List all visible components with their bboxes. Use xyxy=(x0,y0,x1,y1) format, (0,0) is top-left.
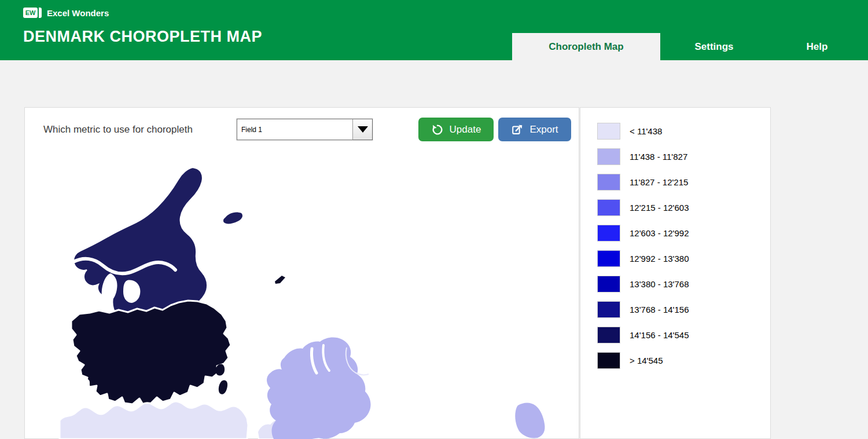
tab-help[interactable]: Help xyxy=(772,33,862,60)
legend-swatch xyxy=(597,123,620,140)
header-bar: EW Excel Wonders DENMARK CHOROPLETH MAP … xyxy=(0,0,868,60)
legend-swatch xyxy=(597,327,620,343)
legend-item: 13'768 - 14'156 xyxy=(597,301,689,318)
brand-name: Excel Wonders xyxy=(47,8,109,18)
legend-item: 12'603 - 12'992 xyxy=(597,225,689,242)
legend-label: 13'380 - 13'768 xyxy=(630,279,689,289)
map-island-samso-south[interactable] xyxy=(219,380,227,394)
legend-swatch xyxy=(597,199,620,216)
legend-swatch xyxy=(597,225,620,242)
legend-item: 11'827 - 12'215 xyxy=(597,174,689,191)
legend-item: 14'156 - 14'545 xyxy=(597,327,689,343)
page-title: DENMARK CHOROPLETH MAP xyxy=(23,28,262,46)
legend-label: < 11'438 xyxy=(630,126,662,136)
map-region-central-jutland[interactable] xyxy=(71,301,231,404)
legend-item: 13'380 - 13'768 xyxy=(597,276,689,292)
logo-bar xyxy=(39,8,42,18)
map-panel: Which metric to use for choropleth Field… xyxy=(24,107,579,439)
legend-swatch xyxy=(597,148,620,165)
denmark-choropleth-map[interactable] xyxy=(25,108,580,439)
coast-notch xyxy=(62,379,90,405)
legend-label: 14'156 - 14'545 xyxy=(630,330,689,340)
legend-item: 12'215 - 12'603 xyxy=(597,199,689,216)
legend-item: 11'438 - 11'827 xyxy=(597,148,689,165)
legend-label: 12'992 - 13'380 xyxy=(630,254,689,264)
brand: EW Excel Wonders xyxy=(23,8,109,18)
legend-label: > 14'545 xyxy=(630,356,663,365)
legend-label: 12'603 - 12'992 xyxy=(630,228,689,238)
map-region-zealand[interactable] xyxy=(267,338,371,439)
legend-label: 12'215 - 12'603 xyxy=(630,203,689,213)
map-island-bornholm[interactable] xyxy=(515,403,545,438)
legend-item: < 11'438 xyxy=(597,123,689,140)
legend-item: > 14'545 xyxy=(597,352,689,369)
legend-swatch xyxy=(597,352,620,369)
legend-list: < 11'438 11'438 - 11'827 11'827 - 12'215… xyxy=(597,123,689,378)
legend-swatch xyxy=(597,250,620,267)
map-island-anholt[interactable] xyxy=(275,276,285,284)
map-region-south-denmark[interactable] xyxy=(60,401,248,439)
legend-swatch xyxy=(597,174,620,191)
fjord-island xyxy=(85,287,99,306)
tab-choropleth-map[interactable]: Choropleth Map xyxy=(512,33,660,60)
app-window: EW Excel Wonders DENMARK CHOROPLETH MAP … xyxy=(0,0,868,439)
excel-wonders-logo-icon: EW xyxy=(23,8,42,18)
legend-label: 13'768 - 14'156 xyxy=(630,305,689,314)
legend-swatch xyxy=(597,276,620,292)
map-island-laeso[interactable] xyxy=(223,212,242,224)
legend-swatch xyxy=(597,301,620,318)
legend-panel: < 11'438 11'438 - 11'827 11'827 - 12'215… xyxy=(580,107,771,439)
tab-settings[interactable]: Settings xyxy=(656,33,772,60)
legend-label: 11'438 - 11'827 xyxy=(630,152,687,162)
legend-item: 12'992 - 13'380 xyxy=(597,250,689,267)
logo-monogram: EW xyxy=(23,8,38,18)
legend-label: 11'827 - 12'215 xyxy=(630,177,688,187)
